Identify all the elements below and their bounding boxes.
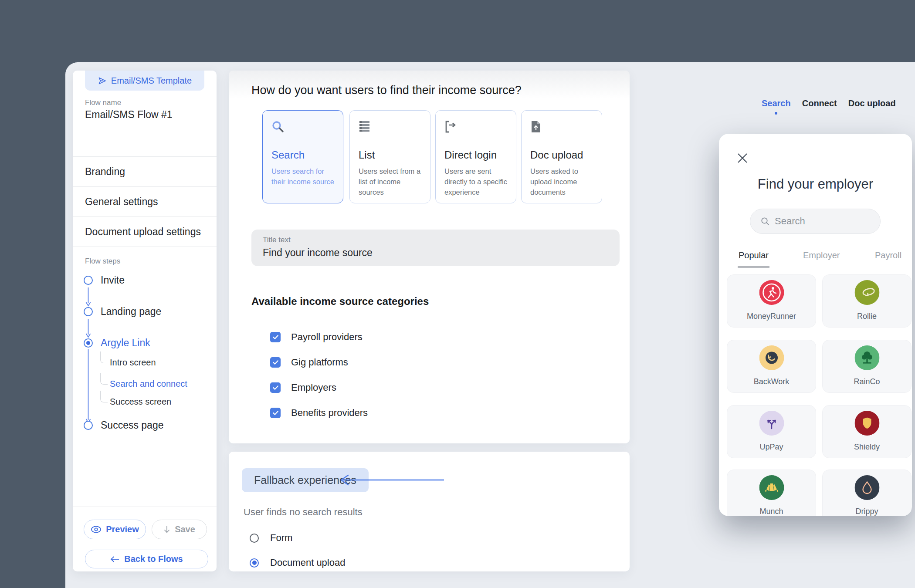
checkbox-checked-icon [270, 408, 281, 418]
app-window: Email/SMS Template Flow name Email/SMS F… [65, 62, 915, 588]
radio-form[interactable]: Form [250, 532, 292, 544]
flow-name-value: Email/SMS Flow #1 [85, 109, 173, 121]
backwork-logo-icon [759, 345, 784, 370]
step-label: Success page [101, 419, 163, 431]
step-label: Landing page [101, 306, 161, 318]
employer-tile-rollie[interactable]: Rollie [822, 274, 912, 328]
employer-name: Drippy [823, 507, 911, 516]
flow-steps-label: Flow steps [85, 257, 120, 266]
panel-title: Find your employer [719, 176, 912, 192]
option-description: Users asked to upload income documents [530, 166, 594, 198]
sidebar-item-general-settings[interactable]: General settings [73, 187, 217, 216]
tab-search[interactable]: Search [762, 98, 791, 108]
panel-tab-payroll[interactable]: Payroll [875, 250, 901, 260]
download-arrow-icon [163, 526, 170, 534]
back-button-label: Back to Flows [124, 554, 183, 564]
flow-step-success-page[interactable]: Success page [84, 419, 163, 431]
employer-search-panel: Find your employer Search Popular Employ… [719, 134, 912, 516]
eye-icon [91, 526, 102, 533]
checkbox-payroll-providers[interactable]: Payroll providers [270, 331, 363, 343]
employer-search-input[interactable]: Search [750, 209, 881, 234]
radio-unselected-icon [250, 534, 259, 543]
flow-arrow-icon [85, 318, 91, 338]
option-card-search[interactable]: Search Users search for their income sou… [262, 110, 343, 203]
step-radio-selected-icon [84, 338, 93, 348]
employer-name: Rollie [823, 312, 911, 321]
sidebar-item-branding[interactable]: Branding [73, 157, 217, 186]
uppay-logo-icon [759, 411, 784, 436]
checkbox-label: Benefits providers [291, 407, 368, 419]
flow-long-arrow-icon [85, 348, 91, 423]
title-text-field[interactable]: Title text Find your income source [251, 230, 620, 266]
substep-intro-screen[interactable]: Intro screen [110, 358, 156, 368]
search-placeholder: Search [775, 216, 805, 227]
checkbox-checked-icon [270, 357, 281, 368]
checkbox-benefits-providers[interactable]: Benefits providers [270, 407, 368, 419]
rollie-logo-icon [854, 280, 879, 305]
flow-step-argyle-link[interactable]: Argyle Link [84, 337, 150, 349]
employer-tile-shieldy[interactable]: Shieldy [822, 405, 912, 458]
checkbox-checked-icon [270, 332, 281, 342]
option-title: Doc upload [530, 149, 583, 161]
substep-search-and-connect[interactable]: Search and connect [110, 379, 187, 389]
option-card-direct-login[interactable]: Direct login Users are sent directly to … [435, 110, 516, 203]
substep-success-screen[interactable]: Success screen [110, 397, 171, 407]
search-settings-card: How do you want users to find their inco… [229, 71, 630, 443]
radio-document-upload[interactable]: Document upload [250, 557, 345, 568]
checkbox-gig-platforms[interactable]: Gig platforms [270, 357, 348, 368]
radio-label: Form [270, 532, 292, 544]
checkbox-checked-icon [270, 382, 281, 393]
fallback-card: Fallback experiences User finds no searc… [229, 452, 630, 571]
direct-login-icon [444, 120, 458, 133]
option-card-doc-upload[interactable]: Doc upload Users asked to upload income … [521, 110, 602, 203]
employer-tile-drippy[interactable]: Drippy [822, 470, 912, 516]
step-circle-icon [84, 421, 93, 430]
radio-selected-icon [250, 558, 259, 568]
substep-label: Intro screen [110, 358, 156, 367]
preview-tabs: Search Connect Doc upload [762, 98, 896, 108]
option-card-list[interactable]: List Users select from a list of income … [349, 110, 430, 203]
preview-button[interactable]: Preview [84, 520, 146, 539]
back-to-flows-button[interactable]: Back to Flows [85, 550, 208, 568]
question-heading: How do you want users to find their inco… [251, 84, 522, 97]
panel-tab-employer[interactable]: Employer [803, 250, 840, 260]
employer-tile-uppay[interactable]: UpPay [727, 405, 816, 458]
employer-name: Munch [727, 507, 816, 516]
employer-name: RainCo [823, 377, 911, 386]
search-icon [271, 120, 285, 133]
menu-label: Branding [85, 166, 125, 178]
step-circle-icon [84, 276, 93, 285]
employer-name: MoneyRunner [727, 312, 816, 321]
checkbox-employers[interactable]: Employers [270, 382, 336, 393]
tab-connect[interactable]: Connect [802, 98, 837, 108]
checkbox-label: Employers [291, 382, 336, 393]
divider [73, 507, 217, 507]
save-button-label: Save [175, 524, 195, 534]
title-text-label: Title text [263, 236, 608, 244]
drippy-logo-icon [854, 475, 879, 500]
template-button-label: Email/SMS Template [111, 76, 192, 86]
step-label: Argyle Link [101, 337, 150, 349]
employer-tile-moneyrunner[interactable]: MoneyRunner [727, 274, 816, 328]
categories-heading: Available income source categories [251, 295, 429, 308]
flow-name-label: Flow name [85, 98, 121, 107]
email-sms-template-button[interactable]: Email/SMS Template [85, 71, 204, 91]
list-icon [359, 120, 372, 132]
employer-tile-backwork[interactable]: BackWork [727, 340, 816, 393]
close-icon[interactable] [736, 152, 749, 164]
flow-step-invite[interactable]: Invite [84, 274, 125, 286]
search-icon [761, 217, 769, 226]
step-label: Invite [101, 274, 125, 286]
option-title: Direct login [444, 149, 497, 161]
tab-doc-upload[interactable]: Doc upload [848, 98, 896, 108]
panel-tab-popular[interactable]: Popular [739, 250, 769, 260]
employer-tile-munch[interactable]: Munch [727, 470, 816, 516]
save-button[interactable]: Save [152, 520, 207, 539]
employer-tile-rainco[interactable]: RainCo [822, 340, 912, 393]
flow-step-landing-page[interactable]: Landing page [84, 306, 161, 318]
fallback-subtitle: User finds no search results [244, 507, 363, 518]
substep-label: Success screen [110, 397, 171, 406]
checkbox-label: Gig platforms [291, 357, 348, 368]
sidebar-item-document-upload-settings[interactable]: Document upload settings [73, 217, 217, 247]
arrow-left-icon [110, 556, 120, 563]
